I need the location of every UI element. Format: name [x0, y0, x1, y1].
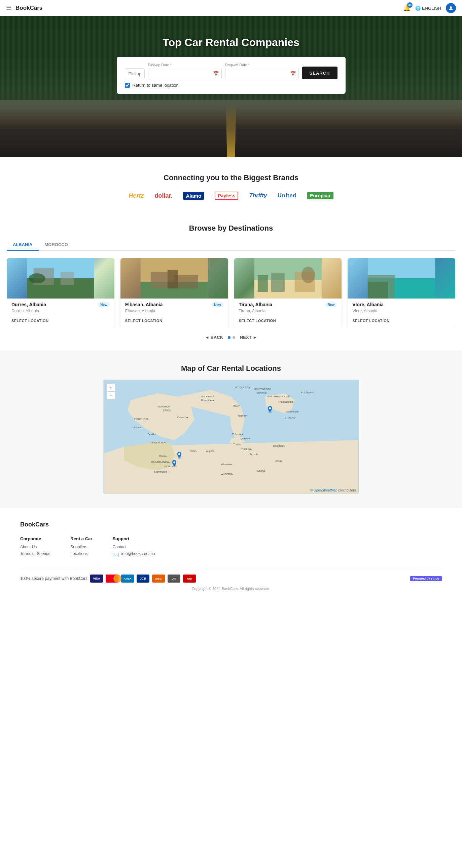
- svg-rect-4: [61, 272, 74, 285]
- svg-text:ATHENS•: ATHENS•: [285, 416, 296, 419]
- payment-label: 100% secure payment with BookCars: [20, 576, 87, 581]
- brand-united[interactable]: United: [278, 193, 296, 199]
- svg-text:CASABLANCA•: CASABLANCA•: [151, 461, 170, 464]
- footer-email-row: ✉️ info@bookcars.ma: [112, 551, 155, 558]
- svg-text:TUNISIA: TUNISIA: [241, 448, 252, 451]
- user-avatar[interactable]: [446, 3, 456, 13]
- dest-select-vlore[interactable]: SELECT LOCATION: [352, 319, 451, 323]
- destinations-title: Browse by Destinations: [7, 224, 455, 232]
- brand-name[interactable]: BookCars: [16, 5, 42, 11]
- svg-text:Palermo•: Palermo•: [232, 433, 243, 436]
- brand-thrifty[interactable]: Thrifty: [249, 192, 267, 199]
- dest-card-tirana[interactable]: Tirana, Albania New Tirana, Albania SELE…: [234, 258, 342, 328]
- dest-select-durres[interactable]: SELECT LOCATION: [11, 319, 110, 323]
- brand-europcar[interactable]: Europcar: [307, 192, 333, 199]
- svg-point-5: [29, 273, 46, 283]
- footer-email-link[interactable]: info@bookcars.ma: [121, 551, 155, 556]
- hero-title: Top Car Rental Companies: [163, 36, 299, 49]
- back-button[interactable]: ◄ BACK: [205, 335, 223, 340]
- search-button[interactable]: SEARCH: [302, 67, 338, 79]
- return-same-check: Return to same location: [125, 83, 338, 88]
- footer-link-suppliers[interactable]: Suppliers: [70, 545, 92, 549]
- svg-text:GIBRALTAR: GIBRALTAR: [151, 441, 166, 444]
- pickup-date-field: Pick-up Date * 08/06/2024 10:00 AM 📅: [148, 63, 222, 79]
- language-selector[interactable]: 🌐 ENGLISH: [415, 6, 441, 11]
- svg-text:ITALY: ITALY: [232, 404, 240, 407]
- tab-albania[interactable]: ALBANIA: [7, 239, 39, 251]
- brands-row: Hertz dollar. Alamo Payless Thrifty Unit…: [7, 192, 455, 200]
- svg-text:Thessaloniki•: Thessaloniki•: [278, 400, 294, 403]
- payment-row: 100% secure payment with BookCars VISA A…: [20, 575, 196, 583]
- dest-img-durres: [7, 258, 114, 299]
- brands-title: Connecting you to the Biggest Brands: [7, 174, 455, 182]
- zoom-in-button[interactable]: +: [107, 383, 115, 391]
- svg-rect-13: [257, 275, 267, 292]
- pickup-input[interactable]: [125, 68, 145, 79]
- footer-link-terms[interactable]: Terms of Service: [20, 551, 50, 556]
- pay-diners: DIN: [168, 575, 180, 583]
- return-same-checkbox[interactable]: [125, 83, 130, 88]
- tab-morocco[interactable]: MOROCCO: [39, 239, 74, 251]
- footer-col-rent: Rent a Car Suppliers Locations: [70, 536, 92, 558]
- openstreetmap-link[interactable]: OpenStreetMap: [314, 489, 338, 492]
- pickup-date-wrap: 08/06/2024 10:00 AM 📅: [148, 68, 222, 79]
- svg-point-0: [450, 6, 452, 8]
- footer-col-support: Support Contact ✉️ info@bookcars.ma: [112, 536, 155, 558]
- stripe-badge: Powered by stripe: [410, 576, 442, 581]
- svg-rect-14: [271, 273, 284, 292]
- dest-title-row-durres: Durres, Albania New: [11, 302, 110, 307]
- dest-card-vlore[interactable]: Vlore, Albania Vlore, Albania SELECT LOC…: [348, 258, 455, 328]
- dest-select-tirana[interactable]: SELECT LOCATION: [239, 319, 337, 323]
- svg-text:Marrakech•: Marrakech•: [154, 470, 168, 473]
- notification-icon[interactable]: 🔔 30: [403, 4, 410, 12]
- search-box: Pick-up Date * 08/06/2024 10:00 AM 📅 Dro…: [117, 57, 346, 94]
- svg-text:Lisbon•: Lisbon•: [132, 426, 141, 429]
- map-container[interactable]: ANDORRA Barcelona• PORTUGAL SPAIN MADRID…: [103, 379, 359, 494]
- page-dot-2[interactable]: [232, 336, 235, 339]
- footer-col-corporate: Corporate About Us Terms of Service: [20, 536, 50, 558]
- svg-text:MADRID•: MADRID•: [158, 405, 170, 408]
- pickup-calendar-icon[interactable]: 📅: [210, 68, 222, 79]
- dest-card-body-tirana: Tirana, Albania New Tirana, Albania SELE…: [234, 299, 342, 328]
- pay-visa: VISA: [90, 575, 103, 583]
- dropoff-date-input[interactable]: 08/09/2024 10:00 AM: [226, 69, 287, 79]
- svg-text:GREECE: GREECE: [286, 410, 299, 414]
- footer-link-about[interactable]: About Us: [20, 545, 50, 549]
- pickup-date-input[interactable]: 08/06/2024 10:00 AM: [148, 69, 210, 79]
- svg-rect-8: [151, 272, 168, 288]
- footer-link-locations[interactable]: Locations: [70, 551, 92, 556]
- brand-payless[interactable]: Payless: [215, 192, 238, 200]
- email-icon: ✉️: [112, 552, 119, 558]
- dropoff-calendar-icon[interactable]: 📅: [287, 68, 298, 79]
- next-button[interactable]: NEXT ►: [240, 335, 257, 340]
- pagination: ◄ BACK NEXT ►: [7, 335, 455, 340]
- page-dot-1[interactable]: [228, 336, 231, 339]
- dest-card-durres[interactable]: Durres, Albania New Durres, Albania SELE…: [7, 258, 114, 328]
- svg-text:MONTENEGRO: MONTENEGRO: [254, 388, 271, 390]
- brand-dollar[interactable]: dollar.: [154, 192, 172, 199]
- svg-rect-9: [174, 275, 198, 288]
- pay-jcb: JCB: [137, 575, 149, 583]
- pay-discover: DISC: [152, 575, 165, 583]
- brand-alamo[interactable]: Alamo: [183, 192, 204, 200]
- dropoff-date-field: Drop-off Date * 08/09/2024 10:00 AM 📅: [225, 63, 299, 79]
- footer-col-heading-rent: Rent a Car: [70, 536, 92, 541]
- destinations-section: Browse by Destinations ALBANIA MOROCCO D…: [0, 211, 462, 351]
- footer-link-contact[interactable]: Contact: [112, 545, 155, 549]
- dest-select-elbasan[interactable]: SELECT LOCATION: [125, 319, 224, 323]
- map-title: Map of Car Rental Locations: [7, 364, 455, 373]
- zoom-out-button[interactable]: −: [107, 391, 115, 399]
- language-label: ENGLISH: [422, 6, 441, 11]
- dest-subtitle-tirana: Tirana, Albania: [239, 309, 337, 313]
- menu-icon[interactable]: ☰: [6, 4, 11, 12]
- svg-point-62: [269, 407, 271, 409]
- footer: BookCars Corporate About Us Terms of Ser…: [0, 507, 462, 597]
- footer-copyright: Copyright © 2024 BookCars. All rights re…: [20, 583, 442, 591]
- dest-badge-durres: New: [98, 302, 110, 307]
- dest-card-elbasan[interactable]: Elbasan, Albania New Elbasan, Albania SE…: [120, 258, 228, 328]
- dropoff-date-label: Drop-off Date *: [225, 63, 299, 67]
- brand-hertz[interactable]: Hertz: [128, 192, 144, 199]
- svg-text:Benghazi•: Benghazi•: [273, 444, 285, 447]
- dest-subtitle-durres: Durres, Albania: [11, 309, 110, 313]
- pay-unionpay: UNI: [183, 575, 196, 583]
